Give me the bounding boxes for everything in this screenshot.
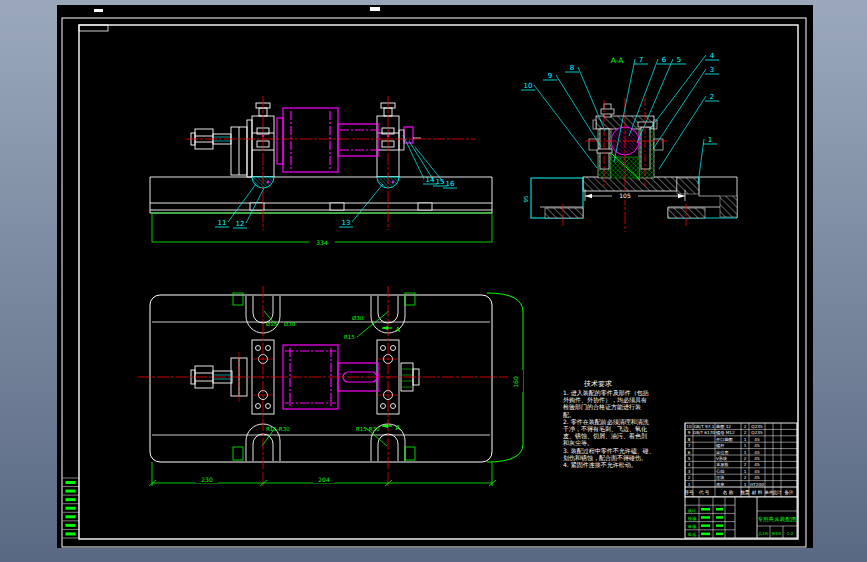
bom-cell: 螺母 M12 [716, 430, 735, 435]
bom-cell: 2 [744, 462, 747, 467]
callout-label: 12 [236, 220, 245, 228]
dim-label: 334 [316, 239, 328, 246]
callout-label: 8 [570, 64, 574, 72]
strip-entry-mark [66, 490, 76, 493]
slot-label: R15-R30 [356, 426, 380, 432]
dim-label: 160 [512, 376, 519, 388]
bom-cell: 2 [688, 475, 691, 480]
bom-cell: GB/T 97.1 [694, 424, 715, 429]
bom-cell: 2 [744, 456, 747, 461]
bom-cell: 垫圈 12 [716, 424, 731, 429]
bom-cell: 45 [754, 462, 760, 467]
strip-entry-mark [66, 507, 76, 510]
bom-cell: 45 [754, 469, 760, 474]
bolt [641, 127, 650, 169]
bom-cell: 45 [754, 450, 760, 455]
bom-cell: 支承板 [716, 462, 729, 467]
bom-cell: 9 [688, 430, 691, 435]
bom-cell: 1 [744, 482, 747, 487]
bom-cell: 45 [754, 443, 760, 448]
callout-label: 16 [446, 180, 455, 188]
bom-cell: 5 [688, 456, 691, 461]
section-arrow-label: A [396, 424, 401, 432]
date-mark [716, 533, 723, 536]
bom-header: 序号 [684, 490, 694, 495]
bom-cell: Q235 [751, 430, 763, 435]
bom-cell: 45 [754, 475, 760, 480]
bom-cell: 4 [688, 462, 691, 467]
cad-app-window: 1112131415161098765432133423020416010595… [0, 0, 867, 562]
bom-cell: 1 [744, 443, 747, 448]
bom-cell: Q235 [751, 424, 763, 429]
bom-cell: V形块 [716, 456, 727, 461]
sheet-no: 第1张 [771, 531, 782, 536]
bom-cell: 45 [754, 456, 760, 461]
notes-title: 技术要求 [583, 380, 612, 388]
slot-label: Ø15 [266, 321, 278, 327]
bom-cell: 1 [744, 450, 747, 455]
date-mark [716, 508, 723, 511]
note-line: 和灰尘等。 [563, 439, 593, 446]
section-arrow-label: A [396, 326, 401, 334]
bom-cell: HT200 [750, 482, 764, 487]
date-mark [716, 516, 723, 519]
top-tick-mark [94, 9, 103, 12]
strip-entry-mark [66, 498, 76, 501]
note-line: 4. 紧固件连接不允许松动。 [563, 461, 637, 469]
titleblock-field-label: 设计 [688, 508, 697, 513]
slot-label: Ø30 [284, 321, 296, 327]
bom-header: 备注 [784, 490, 794, 495]
bom-cell: 6 [688, 450, 691, 455]
callout-label: 13 [342, 219, 351, 227]
callout-label: 2 [710, 93, 714, 101]
date-mark [716, 524, 723, 527]
bom-cell: 心轴 [715, 469, 724, 474]
dim-label: 95 [523, 195, 529, 202]
signature-mark [701, 524, 710, 527]
strip-entry-mark [66, 524, 76, 527]
signature-mark [701, 516, 710, 519]
dim-label: 204 [318, 476, 330, 483]
bom-cell: 1 [744, 437, 747, 442]
callout-label: 10 [524, 82, 533, 90]
callout-label: 9 [548, 72, 552, 80]
cad-drawing-canvas[interactable]: 1112131415161098765432133423020416010595… [0, 0, 867, 562]
bom-cell: 1 [688, 482, 691, 487]
signature-mark [701, 508, 710, 511]
bom-header: 代 号 [699, 490, 710, 495]
slot-label: R15 [344, 334, 355, 340]
bom-header: 总计 [772, 490, 782, 495]
bom-cell: 10 [686, 424, 692, 429]
bom-cell: 3 [688, 469, 691, 474]
dim-label: 230 [201, 476, 213, 483]
bom-cell: 45 [754, 437, 760, 442]
section-label: A-A [611, 56, 625, 65]
callout-label: 7 [639, 56, 643, 64]
callout-label: 6 [662, 56, 667, 64]
callout-label: 5 [677, 56, 681, 64]
strip-entry-mark [66, 481, 76, 484]
signature-mark [701, 533, 710, 536]
titleblock-field-label: 批准 [687, 532, 697, 537]
bom-cell: 1 [744, 469, 747, 474]
bom-header: 数量 [740, 490, 750, 495]
bom-cell: 压块 [716, 475, 724, 480]
bom-cell: GB/T 6170 [693, 430, 715, 435]
bom-cell: 2 [744, 475, 747, 480]
titleblock-field-label: 审核 [688, 524, 697, 529]
sheet-total: 共1张 [758, 531, 769, 536]
strip-entry-mark [66, 532, 76, 535]
bom-cell: 定位套 [716, 450, 729, 455]
bom-cell: 8 [688, 437, 691, 442]
strip-entry-mark [66, 515, 76, 518]
drawing-title: 专用夹具装配图 [757, 516, 796, 523]
bom-cell: 底座 [716, 482, 725, 487]
callout-label: 1 [708, 136, 712, 144]
bom-cell: 开口垫圈 [716, 437, 733, 442]
top-tick-mark [370, 7, 380, 11]
bom-cell: 7 [688, 443, 691, 448]
callout-label: 3 [710, 66, 714, 74]
dim-label: 105 [619, 192, 631, 199]
bom-cell: 螺杆 [716, 443, 724, 448]
titleblock-field-label: 校核 [688, 516, 697, 521]
